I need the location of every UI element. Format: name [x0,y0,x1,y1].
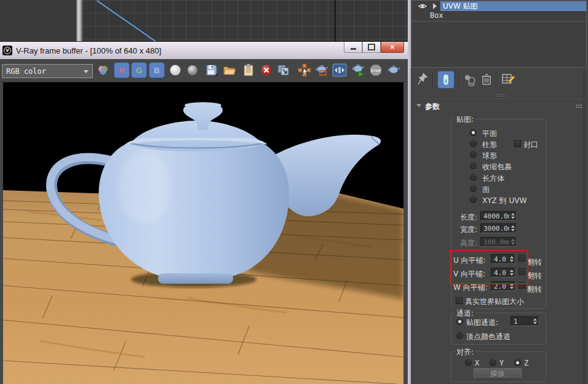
radio-align-y[interactable] [490,359,496,366]
stack-divider [411,21,586,22]
label-align-z: Z [524,359,528,367]
track-mouse-icon[interactable] [297,62,312,79]
label-align-y: Y [499,359,504,367]
height-field: 100.0mm [480,237,517,247]
label-spherical: 球形 [482,151,497,161]
radio-map-channel[interactable] [456,318,463,325]
checkbox-cap[interactable] [514,140,521,147]
parameters-rollout-header[interactable]: 参数 [411,100,587,113]
height-spinner [509,238,516,246]
radio-spherical[interactable] [470,151,477,158]
stack-toolbar [411,69,587,92]
modifier-stack-list[interactable]: UVW 贴图 Box [411,0,587,68]
show-end-result-button[interactable] [437,71,455,89]
corrections-icon[interactable] [332,62,347,79]
gray-sphere-icon[interactable] [185,62,200,79]
rollout-drag-icon[interactable] [576,104,582,109]
viewport-grid[interactable] [82,0,408,42]
titlebar[interactable]: V V-Ray frame buffer - [100% of 640 x 48… [0,42,408,60]
viewport-empty [0,0,76,42]
width-field[interactable]: 3000.0m [480,223,517,233]
label-map-channel: 贴图通道: [466,318,498,328]
map-channel-field[interactable]: 1 [511,316,539,326]
align-group-title: 对齐: [455,347,475,358]
label-real-world: 真实世界贴图大小 [465,297,524,307]
label-vertex-color: 顶点颜色通道 [466,332,511,342]
label-cylindrical: 柱形 [482,140,497,150]
blue-channel-button[interactable]: B [149,62,165,78]
vray-frame-buffer-window: V V-Ray frame buffer - [100% of 640 x 48… [0,42,408,384]
svg-text:STOP: STOP [371,69,381,73]
window-title: V-Ray frame buffer - [100% of 640 x 480] [16,46,161,55]
region-render-icon[interactable] [314,62,329,79]
render-image [3,82,403,384]
radio-box[interactable] [470,174,477,181]
radio-face[interactable] [470,185,477,192]
clipboard-icon[interactable] [241,62,256,79]
map-channel-spinner[interactable] [531,317,538,326]
highlight-rectangle [450,250,528,284]
open-folder-icon[interactable] [222,62,237,79]
green-channel-button[interactable]: G [131,62,147,78]
render-last-icon[interactable] [351,62,366,79]
checkbox-real-world[interactable] [456,297,463,304]
length-field[interactable]: 4000.0m [480,211,517,221]
radio-align-x[interactable] [465,359,472,366]
label-face: 面 [482,185,490,195]
remove-modifier-icon[interactable] [482,73,491,86]
dropdown-arrow-icon [84,70,89,73]
length-spinner[interactable] [509,212,516,220]
radio-shrink-wrap[interactable] [470,162,477,169]
radio-xyz-to-uvw[interactable] [470,196,477,203]
label-cap: 封口 [523,140,538,150]
stack-row-uvw[interactable]: UVW 贴图 [411,1,586,11]
make-unique-icon[interactable] [464,74,477,86]
duplicate-to-host-icon[interactable] [276,62,291,79]
maximize-button[interactable] [362,42,381,53]
configure-modifier-sets-icon[interactable] [502,73,515,85]
stop-icon[interactable]: STOP [368,62,383,79]
arrow-icon[interactable] [432,3,437,9]
white-sphere-icon[interactable] [168,62,183,79]
viewport-splitter[interactable] [76,0,82,42]
label-align-x: X [475,359,479,367]
collapse-arrow-icon [416,104,421,107]
label-height: 高度: [460,238,477,249]
red-channel-button[interactable]: R [114,62,130,78]
radio-align-z[interactable] [514,359,521,366]
label-u-flip: 翻转 [527,257,542,268]
label-w-flip: 翻转 [527,284,542,295]
clear-icon[interactable] [259,62,274,79]
command-panel: UVW 贴图 Box [408,0,588,384]
stack-item-box[interactable]: Box [430,11,443,20]
color-circles-icon[interactable] [95,62,110,79]
eye-icon[interactable] [418,2,427,10]
pin-icon[interactable] [417,72,428,86]
label-length: 长度: [460,212,477,223]
label-planar: 平面 [482,129,497,139]
radio-planar[interactable] [470,129,477,136]
mapping-group-title: 贴图: [455,114,475,125]
label-v-flip: 翻转 [527,271,542,281]
width-spinner[interactable] [509,224,516,233]
save-icon[interactable] [204,62,219,79]
label-box: 长方体 [482,174,504,184]
manipulate-button[interactable]: 操纵 [474,368,522,379]
radio-cylindrical[interactable] [470,140,477,147]
curve-line [97,0,158,42]
label-width: 宽度: [460,225,477,235]
screen: V V-Ray frame buffer - [100% of 640 x 48… [0,0,588,384]
vfb-toolbar: RGB color R G B [0,59,408,82]
rollout-title: 参数 [425,102,440,112]
grid-axis-line [335,0,336,42]
channel-dropdown[interactable]: RGB color [2,64,93,78]
render-teapot-icon[interactable] [387,62,402,79]
stack-item-uvw-map[interactable]: UVW 贴图 [440,1,586,11]
render-canvas[interactable] [3,82,403,384]
vray-logo-icon: V [2,46,12,55]
close-button[interactable]: ✕ [381,42,404,53]
label-xyz-to-uvw: XYZ 到 UVW [482,196,526,206]
radio-vertex-color[interactable] [456,332,463,339]
minimize-button[interactable] [344,42,362,53]
label-shrink-wrap: 收缩包裹 [482,162,512,172]
